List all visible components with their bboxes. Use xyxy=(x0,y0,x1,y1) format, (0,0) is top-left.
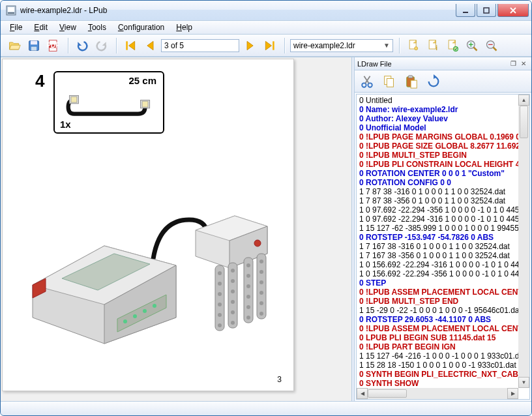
svg-rect-12 xyxy=(273,41,274,50)
export-pdf-button[interactable]: PDF xyxy=(45,37,62,54)
scroll-left-button[interactable]: ◀ xyxy=(357,388,368,399)
code-line[interactable]: 0 !LPUB PAGE MARGINS GLOBAL 0.1969 0.1 xyxy=(359,132,516,141)
vertical-scrollbar[interactable]: ▲ ▼ xyxy=(518,95,529,388)
zoom-out-button[interactable] xyxy=(483,37,500,54)
svg-point-59 xyxy=(246,305,250,309)
cut-button[interactable] xyxy=(359,73,376,90)
cable-thumbnail xyxy=(63,93,156,122)
horizontal-scrollbar[interactable]: ◀ ▶ xyxy=(357,388,518,399)
first-page-button[interactable] xyxy=(122,37,139,54)
code-line[interactable]: 1 0 156.692 -22.294 -316 1 0 0 0 0 -1 0 … xyxy=(359,260,516,269)
code-line[interactable]: 1 7 167 38 -316 0 1 0 0 0 1 1 0 0 32524.… xyxy=(359,242,516,251)
chevron-down-icon: ▼ xyxy=(383,42,390,49)
code-line[interactable]: 1 15 -29 0 -22 -1 0 0 0 1 0 0 0 -1 95646… xyxy=(359,306,516,315)
svg-point-64 xyxy=(259,291,263,295)
svg-point-30 xyxy=(123,319,127,323)
svg-point-45 xyxy=(218,292,222,296)
menu-edit[interactable]: Edit xyxy=(29,22,53,33)
code-line[interactable]: 1 7 87 38 -316 0 1 0 0 0 1 1 0 0 32524.d… xyxy=(359,187,516,196)
menu-configuration[interactable]: Configuration xyxy=(113,22,170,33)
code-line[interactable]: 0 !LPUB PART BEGIN IGN xyxy=(359,342,516,351)
code-line[interactable]: 1 7 87 38 -356 0 1 0 0 0 1 1 0 0 32524.d… xyxy=(359,196,516,205)
code-line[interactable]: 0 SYNTH SHOW xyxy=(359,379,516,388)
ldraw-code-view[interactable]: 0 Untitled0 Name: wire-example2.ldr0 Aut… xyxy=(357,95,518,388)
prev-page-button[interactable] xyxy=(141,37,158,54)
panel-float-button[interactable]: ❐ xyxy=(508,59,518,69)
code-line[interactable]: 0 !LPUB ASSEM PLACEMENT LOCAL CENTER xyxy=(359,324,516,333)
code-line[interactable]: 0 !LPUB PLI CONSTRAIN LOCAL HEIGHT 4.1 xyxy=(359,160,516,169)
panel-title: LDraw File xyxy=(357,60,508,68)
scroll-right-button[interactable]: ▶ xyxy=(507,388,518,399)
last-page-button[interactable] xyxy=(261,37,278,54)
code-line[interactable]: 1 0 156.692 -22.294 -356 1 0 0 0 0 -1 0 … xyxy=(359,269,516,278)
code-line[interactable]: 0 Name: wire-example2.ldr xyxy=(359,105,516,114)
svg-rect-2 xyxy=(8,12,14,14)
code-line[interactable]: 1 0 97.692 -22.294 -316 1 0 0 0 0 -1 0 1… xyxy=(359,215,516,224)
scroll-up-button[interactable]: ▲ xyxy=(518,95,529,106)
svg-point-68 xyxy=(368,83,372,87)
code-line[interactable]: 1 15 127 -62 -385.999 1 0 0 0 1 0 0 0 1 … xyxy=(359,224,516,233)
code-line[interactable]: 0 ROTSTEP 29.6053 -44.1107 0 ABS xyxy=(359,315,516,324)
menu-tools[interactable]: Tools xyxy=(83,22,111,33)
code-line[interactable]: 0 !LPUB PAGE SIZE GLOBAL 8.2677 11.6929 xyxy=(359,141,516,151)
code-line[interactable]: 0 !LPUB ASSEM PLACEMENT LOCAL CENTER xyxy=(359,288,516,297)
maximize-button[interactable] xyxy=(477,4,496,17)
step-number: 4 xyxy=(35,71,44,91)
open-file-button[interactable] xyxy=(6,37,23,54)
page-viewport[interactable]: 4 25 cm 1x xyxy=(1,57,351,401)
paste-button[interactable] xyxy=(403,73,420,90)
page-number-label: 3 xyxy=(277,375,282,384)
next-page-button[interactable] xyxy=(242,37,259,54)
code-line[interactable]: 0 SYNTH BEGIN PLI_ELECTRIC_NXT_CABLE_ xyxy=(359,370,516,379)
doc-action-2[interactable]: i xyxy=(424,37,441,54)
model-combobox[interactable]: wire-example2.ldr ▼ xyxy=(290,39,393,52)
svg-point-32 xyxy=(143,309,147,313)
code-line[interactable]: 0 ROTSTEP -153.947 -54.7826 0 ABS xyxy=(359,233,516,242)
svg-point-50 xyxy=(231,279,235,283)
menu-file[interactable]: File xyxy=(5,22,27,33)
svg-point-43 xyxy=(218,271,222,275)
code-line[interactable]: 0 Author: Alexey Valuev xyxy=(359,114,516,123)
window-title: wire-example2.ldr - LPub xyxy=(20,6,456,15)
code-line[interactable]: 1 15 127 -64 -216 -1 0 0 0 -1 0 0 0 1 93… xyxy=(359,351,516,361)
close-button[interactable] xyxy=(497,4,529,17)
refresh-button[interactable] xyxy=(425,73,442,90)
code-line[interactable]: 0 !LPUB MULTI_STEP END xyxy=(359,297,516,306)
svg-point-44 xyxy=(218,282,222,286)
code-line[interactable]: 0 ROTATION CONFIG 0 0 xyxy=(359,178,516,187)
page-number-input[interactable] xyxy=(161,39,239,52)
svg-point-54 xyxy=(231,321,235,325)
doc-action-3[interactable] xyxy=(444,37,461,54)
menu-help[interactable]: Help xyxy=(171,22,198,33)
scroll-down-button[interactable]: ▼ xyxy=(518,377,529,388)
code-line[interactable]: 0 LPUB PLI BEGIN SUB 11145.dat 15 xyxy=(359,333,516,342)
svg-point-62 xyxy=(259,270,263,274)
code-line[interactable]: 0 Unofficial Model xyxy=(359,123,516,132)
code-line[interactable]: 1 7 167 38 -356 0 1 0 0 0 1 1 0 0 32524.… xyxy=(359,251,516,260)
main-toolbar: PDF wire-example2.ldr ▼ i xyxy=(1,35,531,57)
svg-point-63 xyxy=(259,280,263,284)
undo-button[interactable] xyxy=(74,37,91,54)
code-line[interactable]: 1 0 97.692 -22.294 -356 1 0 0 0 0 -1 0 1… xyxy=(359,205,516,215)
parts-list-box: 25 cm 1x xyxy=(53,71,164,134)
panel-close-button[interactable]: ✕ xyxy=(518,59,529,69)
code-line[interactable]: 0 !LPUB MULTI_STEP BEGIN xyxy=(359,151,516,160)
save-button[interactable] xyxy=(25,37,42,54)
redo-button[interactable] xyxy=(93,37,110,54)
doc-action-1[interactable] xyxy=(405,37,422,54)
svg-point-51 xyxy=(231,290,235,293)
code-line[interactable]: 0 ROTATION CENTER 0 0 0 1 "Custom" xyxy=(359,169,516,178)
copy-button[interactable] xyxy=(381,73,398,90)
code-line[interactable]: 1 15 28 18 -150 1 0 0 0 1 0 0 0 -1 933c0… xyxy=(359,361,516,370)
zoom-in-button[interactable] xyxy=(464,37,480,54)
code-line[interactable]: 0 Untitled xyxy=(359,96,516,105)
svg-point-48 xyxy=(218,323,222,327)
menu-view[interactable]: View xyxy=(54,22,81,33)
minimize-button[interactable] xyxy=(456,4,475,17)
code-line[interactable]: 0 STEP xyxy=(359,278,516,288)
svg-rect-4 xyxy=(484,8,489,13)
svg-point-33 xyxy=(153,304,156,308)
model-selected: wire-example2.ldr xyxy=(293,41,355,50)
svg-point-56 xyxy=(246,274,250,278)
svg-point-55 xyxy=(246,263,250,267)
